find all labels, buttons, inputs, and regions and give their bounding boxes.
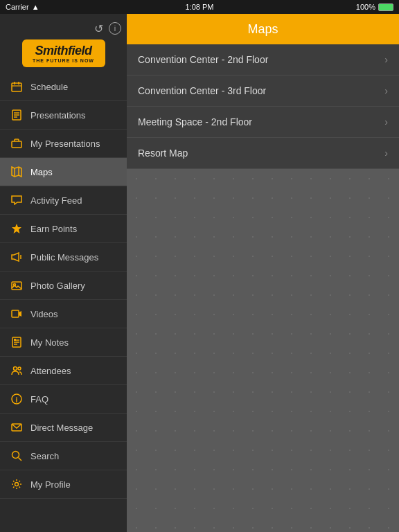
svg-rect-22: [14, 339, 16, 341]
carrier-label: Carrier: [6, 3, 29, 11]
sidebar-item-my-notes[interactable]: My Notes: [0, 328, 127, 357]
sidebar-item-photo-gallery[interactable]: Photo Gallery: [0, 272, 127, 300]
photo-icon: [10, 278, 24, 292]
sidebar-label-videos: Videos: [30, 309, 58, 319]
app-container: ↺ i Smithfield The Future Is Now Schedul…: [0, 14, 399, 532]
sidebar-label-my-profile: My Profile: [30, 479, 71, 490]
svg-text:i: i: [16, 396, 18, 404]
battery-icon: [378, 3, 393, 11]
info-icon[interactable]: i: [109, 22, 121, 35]
logo-name: Smithfield: [35, 44, 91, 58]
sidebar-label-my-presentations: My Presentations: [30, 139, 100, 149]
status-right: 100%: [356, 3, 393, 11]
sidebar-item-faq[interactable]: i FAQ: [0, 385, 127, 414]
content-header: Maps: [127, 14, 399, 44]
status-left: Carrier ▲: [6, 3, 39, 11]
content-body: [127, 169, 399, 532]
map-item-label-convention-2nd: Convention Center - 2nd Floor: [138, 54, 268, 65]
calendar-icon: [10, 80, 24, 94]
maps-list: Convention Center - 2nd Floor › Conventi…: [127, 44, 399, 169]
sidebar-header-top: ↺ i: [6, 22, 121, 35]
megaphone-icon: [10, 250, 24, 264]
wifi-icon: ▲: [32, 3, 39, 11]
sidebar-item-earn-points[interactable]: Earn Points: [0, 215, 127, 243]
sidebar-label-direct-message: Direct Message: [30, 423, 93, 433]
map-item-meeting-2nd[interactable]: Meeting Space - 2nd Floor ›: [127, 107, 399, 138]
chevron-icon-convention-3rd: ›: [384, 85, 388, 96]
sidebar-item-schedule[interactable]: Schedule: [0, 73, 127, 101]
sidebar-label-my-notes: My Notes: [30, 337, 69, 348]
svg-rect-8: [12, 141, 21, 148]
svg-line-29: [19, 458, 22, 461]
sidebar-item-direct-message[interactable]: Direct Message: [0, 414, 127, 442]
chat-icon: [10, 193, 24, 207]
briefcase-icon: [10, 136, 24, 150]
svg-point-23: [14, 367, 17, 371]
sidebar-label-photo-gallery: Photo Gallery: [30, 281, 85, 291]
map-item-convention-3rd[interactable]: Convention Center - 3rd Floor ›: [127, 76, 399, 107]
svg-point-24: [18, 367, 21, 370]
video-icon: [10, 307, 24, 321]
sidebar-label-search: Search: [30, 451, 59, 461]
refresh-icon[interactable]: ↺: [94, 22, 103, 35]
map-item-label-convention-3rd: Convention Center - 3rd Floor: [138, 85, 266, 96]
sidebar-item-activity-feed[interactable]: Activity Feed: [0, 186, 127, 215]
map-icon: [10, 165, 24, 179]
sidebar-item-attendees[interactable]: Attendees: [0, 357, 127, 385]
svg-point-30: [15, 483, 19, 486]
map-item-label-meeting-2nd: Meeting Space - 2nd Floor: [138, 116, 252, 127]
sidebar-item-my-profile[interactable]: My Profile: [0, 470, 127, 499]
notes-icon: [10, 335, 24, 349]
star-icon: [10, 222, 24, 236]
sidebar-header: ↺ i Smithfield The Future Is Now: [0, 14, 127, 73]
sidebar-label-activity-feed: Activity Feed: [30, 195, 82, 206]
sidebar-item-public-messages[interactable]: Public Messages: [0, 243, 127, 272]
battery-label: 100%: [356, 3, 375, 11]
sidebar-item-videos[interactable]: Videos: [0, 300, 127, 328]
sidebar-nav: Schedule Presentations My Presentations …: [0, 73, 127, 532]
svg-rect-0: [12, 83, 21, 91]
people-icon: [10, 364, 24, 378]
status-bar: Carrier ▲ 1:08 PM 100%: [0, 0, 399, 14]
map-item-convention-2nd[interactable]: Convention Center - 2nd Floor ›: [127, 44, 399, 76]
sidebar-label-public-messages: Public Messages: [30, 252, 98, 263]
sidebar-label-presentations: Presentations: [30, 110, 86, 121]
svg-marker-12: [12, 224, 21, 233]
search-icon: [10, 449, 24, 463]
sidebar-label-earn-points: Earn Points: [30, 224, 77, 234]
faq-icon: i: [10, 392, 24, 406]
chevron-icon-resort-map: ›: [384, 148, 388, 159]
svg-rect-14: [12, 282, 21, 290]
chevron-icon-meeting-2nd: ›: [384, 116, 388, 127]
sidebar-item-search[interactable]: Search: [0, 442, 127, 470]
svg-rect-16: [12, 310, 19, 317]
map-item-label-resort-map: Resort Map: [138, 148, 188, 159]
sidebar-label-faq: FAQ: [30, 394, 48, 405]
logo-container: Smithfield The Future Is Now: [22, 39, 105, 67]
sidebar-item-presentations[interactable]: Presentations: [0, 101, 127, 130]
svg-marker-9: [12, 167, 21, 177]
mail-icon: [10, 420, 24, 434]
logo-tagline: The Future Is Now: [33, 58, 94, 63]
content-title: Maps: [247, 22, 278, 37]
sidebar-label-schedule: Schedule: [30, 82, 68, 92]
sidebar-label-maps: Maps: [30, 167, 53, 177]
status-time: 1:08 PM: [186, 3, 214, 11]
chevron-icon-convention-2nd: ›: [384, 54, 388, 65]
sidebar: ↺ i Smithfield The Future Is Now Schedul…: [0, 14, 127, 532]
main-content: Maps Convention Center - 2nd Floor › Con…: [127, 14, 399, 532]
gear-icon: [10, 477, 24, 491]
sidebar-item-maps[interactable]: Maps: [0, 158, 127, 186]
doc-icon: [10, 108, 24, 122]
sidebar-item-my-presentations[interactable]: My Presentations: [0, 130, 127, 158]
map-item-resort-map[interactable]: Resort Map ›: [127, 138, 399, 169]
sidebar-label-attendees: Attendees: [30, 366, 71, 376]
svg-point-28: [12, 452, 19, 459]
